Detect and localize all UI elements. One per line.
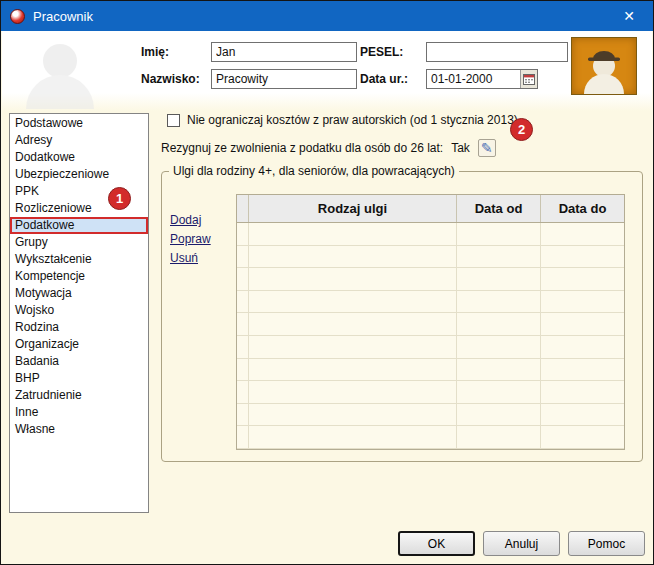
header-panel: Imię: PESEL: Nazwisko: Data ur.: 01-01-2… [2,31,652,111]
table-cell [237,291,249,314]
sidebar-item-wlasne[interactable]: Własne [10,421,148,438]
data-ur-field[interactable]: 01-01-2000 [426,69,538,89]
tax-exemption-value: Tak [451,141,470,155]
table-cell [541,223,624,246]
tax-exemption-label: Rezygnuj ze zwolnienia z podatku dla osó… [161,141,443,155]
table-cell [541,359,624,382]
footer-buttons: OKAnulujPomoc [398,531,645,556]
pracownik-dialog: Pracownik ✕ Imię: PESEL: Nazwisko: Data … [0,0,654,565]
person-avatar-icon [572,38,636,94]
person-watermark-icon [6,33,128,109]
sidebar-item-badania[interactable]: Badania [10,353,148,370]
edit-tax-exemption-button[interactable]: ✎ [478,139,496,157]
table-row[interactable] [237,336,624,359]
table-row[interactable] [237,313,624,336]
sidebar-item-ubezpieczeniowe[interactable]: Ubezpieczeniowe [10,166,148,183]
table-cell [457,246,541,269]
table-cell [249,313,457,336]
authors-costs-label: Nie ograniczaj kosztów z praw autorskich… [187,113,518,127]
table-row[interactable] [237,359,624,382]
table-links: DodajPoprawUsuń [170,213,211,265]
sidebar-item-wyksztalcenie[interactable]: Wykształcenie [10,251,148,268]
table-cell [457,381,541,404]
sidebar-item-adresy[interactable]: Adresy [10,132,148,149]
table-cell [541,381,624,404]
table-cell [457,426,541,449]
table-row[interactable] [237,246,624,269]
annotation-badge-2: 2 [510,118,533,141]
sidebar-item-motywacja[interactable]: Motywacja [10,285,148,302]
ulgi-table: Rodzaj ulgiData odData do [236,194,625,450]
link-usun[interactable]: Usuń [170,251,211,265]
authors-costs-checkbox[interactable] [167,114,180,127]
table-cell [249,359,457,382]
ulgi-groupbox-title: Ulgi dla rodziny 4+, dla seniorów, dla p… [169,164,459,178]
calendar-button[interactable] [520,70,537,88]
table-cell [541,291,624,314]
authors-costs-row: Nie ograniczaj kosztów z praw autorskich… [167,113,518,127]
table-cell [457,268,541,291]
sidebar-item-rodzina[interactable]: Rodzina [10,319,148,336]
sidebar-item-inne[interactable]: Inne [10,404,148,421]
sidebar-item-organizacje[interactable]: Organizacje [10,336,148,353]
table-cell [249,404,457,427]
table-cell [249,246,457,269]
table-row[interactable] [237,268,624,291]
close-button[interactable]: ✕ [614,1,644,31]
column-header-data-od[interactable]: Data od [457,195,541,222]
data-ur-label: Data ur.: [360,72,408,86]
sidebar-item-grupy[interactable]: Grupy [10,234,148,251]
table-cell [237,426,249,449]
table-body [237,223,624,449]
row-selector-header [237,195,249,222]
table-cell [541,404,624,427]
table-cell [249,336,457,359]
column-header-data-do[interactable]: Data do [541,195,624,222]
table-row[interactable] [237,404,624,427]
link-dodaj[interactable]: Dodaj [170,213,211,227]
button-anuluj[interactable]: Anuluj [483,531,560,556]
table-row[interactable] [237,426,624,449]
table-cell [237,223,249,246]
table-row[interactable] [237,291,624,314]
sidebar-item-dodatkowe[interactable]: Dodatkowe [10,149,148,166]
table-cell [457,223,541,246]
table-header-row: Rodzaj ulgiData odData do [237,195,624,223]
ulgi-groupbox: Ulgi dla rodziny 4+, dla seniorów, dla p… [161,171,643,462]
sidebar-item-zatrudnienie[interactable]: Zatrudnienie [10,387,148,404]
table-cell [237,404,249,427]
table-cell [237,313,249,336]
table-cell [457,359,541,382]
table-cell [237,246,249,269]
table-cell [249,223,457,246]
table-cell [249,291,457,314]
table-cell [249,426,457,449]
table-cell [541,336,624,359]
sidebar-item-kompetencje[interactable]: Kompetencje [10,268,148,285]
table-cell [237,336,249,359]
table-row[interactable] [237,223,624,246]
table-cell [457,313,541,336]
sidebar-item-podatkowe[interactable]: Podatkowe [10,217,148,234]
table-cell [457,291,541,314]
tax-exemption-row: Rezygnuj ze zwolnienia z podatku dla osó… [161,139,496,157]
window-title: Pracownik [33,9,93,24]
table-cell [541,313,624,336]
table-row[interactable] [237,381,624,404]
employee-photo[interactable] [571,37,637,95]
imie-label: Imię: [141,45,169,59]
sidebar-item-wojsko[interactable]: Wojsko [10,302,148,319]
table-cell [457,336,541,359]
column-header-rodzaj-ulgi[interactable]: Rodzaj ulgi [249,195,457,222]
pesel-input[interactable] [426,42,568,62]
button-pomoc[interactable]: Pomoc [568,531,645,556]
table-cell [237,359,249,382]
sidebar-item-bhp[interactable]: BHP [10,370,148,387]
pesel-label: PESEL: [360,45,403,59]
link-popraw[interactable]: Popraw [170,232,211,246]
nazwisko-input[interactable] [211,69,357,89]
sidebar-item-podstawowe[interactable]: Podstawowe [10,115,148,132]
titlebar: Pracownik ✕ [1,1,653,31]
imie-input[interactable] [211,42,357,62]
button-ok[interactable]: OK [398,531,475,556]
